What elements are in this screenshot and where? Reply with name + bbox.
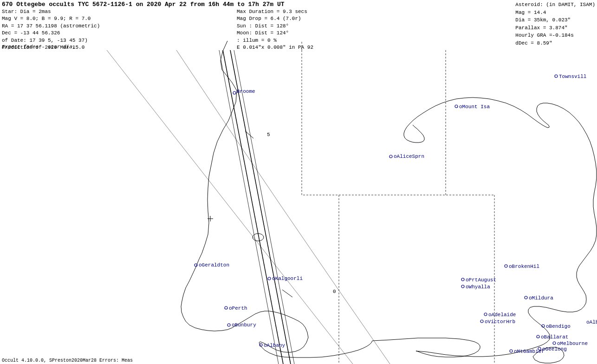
ddec: dDec = 8.59" (515, 39, 595, 47)
svg-text:oGeraldton: oGeraldton (199, 262, 229, 268)
mag-info: Mag V = 8.0; B = 9.9; R = 7.0 (2, 15, 100, 22)
svg-text:oVictorHrb: oVictorHrb (485, 319, 515, 325)
star-info: Star: Dia = 2mas (2, 8, 100, 15)
svg-point-15 (389, 155, 392, 158)
svg-point-29 (225, 306, 227, 309)
svg-point-13 (455, 105, 458, 108)
svg-text:Townsvill: Townsvill (559, 74, 586, 79)
hourly-gra: Hourly GRA =-0.184s (515, 32, 595, 39)
svg-line-1 (230, 50, 291, 364)
svg-text:oMtGambier: oMtGambier (514, 349, 545, 354)
svg-line-2 (219, 50, 279, 364)
footer: Occult 4.10.0.0, SPreston2020Mar28 Error… (2, 358, 133, 363)
svg-point-9 (233, 91, 236, 94)
svg-point-23 (461, 285, 464, 288)
expect-text: Expect fades - star dia. (2, 44, 75, 50)
sun-dist: Sun : Dist = 128° (237, 23, 313, 30)
svg-point-47 (510, 350, 513, 352)
svg-text:oWhyalla: oWhyalla (466, 284, 490, 290)
svg-text:oAliceSprn: oAliceSprn (394, 154, 424, 159)
svg-text:oMildura: oMildura (529, 295, 553, 301)
ra-info: RA = 17 37 56.1198 (astrometric) (2, 23, 100, 30)
svg-text:oAdelaide: oAdelaide (488, 312, 516, 318)
max-dur: Max Duration = 9.3 secs (237, 8, 313, 15)
svg-text:Broome: Broome (237, 89, 255, 94)
svg-text:oAlb: oAlb (586, 319, 597, 325)
svg-point-21 (461, 278, 464, 281)
illum: : illum = 0 % (237, 37, 313, 44)
svg-text:oPerth: oPerth (229, 306, 247, 311)
svg-point-43 (553, 342, 556, 344)
dec-info: Dec = -13 44 56.326 (2, 30, 100, 37)
svg-text:oAlbany: oAlbany (264, 343, 286, 348)
svg-text:oBrokenHil: oBrokenHil (509, 264, 539, 269)
ellipse: E 0.014"x 0.008" in PA 92 (237, 44, 313, 51)
svg-text:oPrtAugust: oPrtAugust (466, 277, 496, 283)
svg-point-19 (268, 277, 271, 280)
svg-line-5 (282, 290, 292, 297)
svg-text:oBendigo: oBendigo (546, 324, 571, 329)
svg-text:oMount Isa: oMount Isa (459, 104, 490, 110)
svg-point-35 (227, 324, 230, 326)
svg-point-27 (525, 296, 527, 299)
svg-text:oBunbury: oBunbury (232, 322, 256, 328)
asteroid-parallax: Parallax = 3.874" (515, 24, 595, 32)
svg-point-41 (537, 335, 539, 338)
svg-text:oGeelong: oGeelong (542, 346, 567, 352)
svg-text:oMelbourne: oMelbourne (557, 341, 588, 346)
svg-point-31 (484, 313, 487, 316)
svg-text:oBallarat: oBallarat (541, 334, 568, 340)
info-right: Asteroid: (in DAMIT, ISAM) Mag = 14.4 Di… (515, 1, 595, 47)
svg-point-33 (480, 320, 483, 323)
footer-text: Occult 4.10.0.0, SPreston2020Mar28 Error… (2, 358, 133, 363)
svg-line-3 (234, 50, 294, 364)
asteroid-label: Asteroid: (in DAMIT, ISAM) (515, 1, 595, 9)
svg-point-25 (505, 265, 507, 267)
asteroid-mag: Mag = 14.4 (515, 9, 595, 17)
moon-dist: Moon: Dist = 124° (237, 30, 313, 37)
asteroid-dia: Dia = 35km, 0.023" (515, 16, 595, 24)
ofdate-info: of Date: 17 39 5, -13 45 37) (2, 37, 100, 44)
track-label-5: 5 (267, 132, 270, 137)
track-label-0: 0 (333, 289, 336, 294)
expect-label: Expect fades - star dia. (2, 44, 75, 50)
svg-line-0 (223, 50, 283, 364)
mag-drop: Mag Drop = 6.4 (7.0r) (237, 15, 313, 22)
info-center: Max Duration = 9.3 secs Mag Drop = 6.4 (… (237, 8, 313, 51)
svg-text:oKalgoorli: oKalgoorli (272, 276, 303, 281)
svg-point-11 (555, 75, 558, 78)
